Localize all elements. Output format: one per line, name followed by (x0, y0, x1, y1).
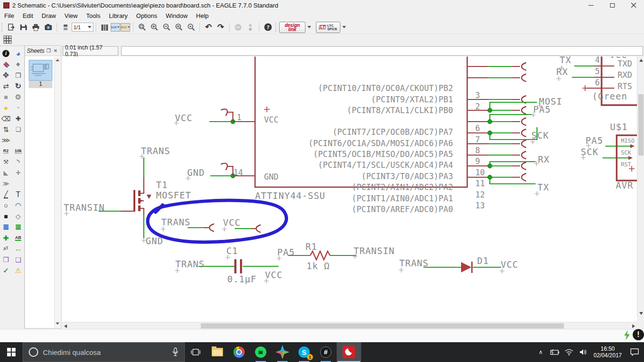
sheet-thumbnail[interactable] (29, 60, 52, 81)
scroll-up-icon[interactable] (56, 59, 59, 61)
optimize-icon[interactable]: ≫ (0, 178, 12, 189)
zoom-in-button[interactable] (148, 22, 160, 33)
delete-trash-icon[interactable]: ⌫ (0, 113, 12, 124)
export-image-button[interactable] (42, 22, 54, 33)
menu-item[interactable]: Tools (82, 11, 105, 20)
battery-button[interactable] (548, 349, 562, 355)
scroll-up-button[interactable] (637, 57, 644, 64)
replace-icon[interactable]: ❏ (12, 124, 24, 135)
dimension-icon[interactable]: ↔ (12, 243, 24, 254)
group-icon[interactable]: ■ (0, 91, 12, 102)
net-label-rx-top[interactable]: RX (556, 67, 568, 76)
task-view-button[interactable] (185, 342, 206, 362)
maximize-button[interactable] (602, 0, 623, 10)
horizontal-scroll-thumb[interactable] (201, 323, 564, 329)
smash-icon[interactable]: ⚒ (0, 156, 12, 167)
net-icon[interactable]: ≣ (12, 222, 24, 232)
junction-icon[interactable]: ✚ (0, 232, 12, 243)
arc-icon[interactable]: ◠ (12, 200, 24, 211)
minimize-button[interactable] (580, 0, 602, 10)
grid-button[interactable] (1, 34, 14, 45)
part-value-u1[interactable]: AVR (616, 181, 633, 190)
net-label-sck-right[interactable]: SCK (531, 131, 549, 140)
vertical-scroll-thumb[interactable] (638, 94, 644, 156)
taskbar-file-explorer[interactable] (206, 342, 228, 362)
net-label-d1-vcc[interactable]: VCC (501, 260, 518, 269)
menu-item[interactable]: Options (132, 11, 162, 20)
cortana-search-box[interactable]: Chiedimi qualcosa (23, 342, 185, 362)
mirror-icon[interactable]: ⇄ (0, 81, 12, 91)
sheets-panel-scrollbar[interactable] (54, 57, 60, 328)
label-icon[interactable]: AB (12, 232, 24, 243)
menu-item[interactable]: Window (162, 11, 192, 20)
bus-icon[interactable]: ≣ (0, 222, 12, 232)
volume-button[interactable] (576, 349, 590, 355)
close-panel-icon[interactable]: ✕ (52, 48, 59, 53)
d1-diode-symbol[interactable] (423, 262, 501, 273)
part-name-r1[interactable]: R1 (305, 242, 317, 251)
taskbar-sharex[interactable]: # (315, 342, 337, 362)
horizontal-scrollbar[interactable] (62, 322, 637, 329)
mark-icon[interactable]: ⌖ (12, 59, 24, 70)
copy-icon[interactable]: ❐ (12, 70, 24, 81)
zoom-out-button[interactable] (160, 22, 173, 33)
wrench-change-icon[interactable]: ⚙ (12, 91, 24, 102)
float-panel-icon[interactable]: ❐ (45, 48, 52, 53)
scroll-left-button[interactable] (62, 322, 69, 329)
zoom-redraw-button[interactable] (173, 22, 185, 33)
text-icon[interactable]: T (12, 189, 24, 200)
open-file-button[interactable] (5, 22, 17, 33)
design-link-button[interactable]: design link (279, 22, 305, 33)
command-input[interactable] (121, 46, 643, 56)
design-link-dropdown[interactable] (305, 22, 313, 33)
net-label-u1-pa5[interactable]: PA5 (586, 136, 603, 145)
menu-item[interactable]: View (60, 11, 82, 20)
net-label-rx-right[interactable]: RX (538, 155, 550, 164)
print-button[interactable] (30, 22, 42, 33)
erc-frame-icon[interactable]: ❒ (0, 254, 12, 265)
circle-icon[interactable]: ○ (0, 200, 12, 211)
open-schematic-button[interactable]: SCR (111, 23, 120, 32)
net-label-vcc-pin1[interactable]: VCC (175, 113, 192, 123)
menu-item[interactable]: Library (105, 11, 132, 20)
wire-icon[interactable]: ╱ (0, 189, 12, 200)
part-name-t1[interactable]: T1 (156, 180, 168, 189)
part-name-u1[interactable]: U$1 (610, 122, 627, 132)
taskbar-spotify[interactable]: ≋ (250, 342, 272, 362)
zoom-fit-button[interactable] (136, 22, 148, 33)
net-label-circle-trans[interactable]: TRANS (161, 217, 190, 227)
net-label-c1-trans[interactable]: TRANS (175, 259, 205, 269)
help-button[interactable]: ? (262, 22, 274, 33)
vertical-scrollbar[interactable] (637, 57, 644, 317)
taskbar-pinwheel-app[interactable] (272, 342, 293, 362)
net-label-circle-vcc[interactable]: VCC (223, 218, 240, 227)
undo-button[interactable]: ↶ (202, 22, 215, 33)
move-icon[interactable]: ✥ (0, 70, 12, 81)
open-board-button[interactable]: BRD (121, 23, 130, 32)
chip-name-label[interactable]: ATTINY44-SSU (255, 191, 325, 200)
save-button[interactable] (17, 22, 30, 33)
alert-exclamation-icon[interactable]: ! (633, 329, 644, 340)
net-label-gnd-bottom[interactable]: GND (146, 236, 163, 246)
ltc-spice-dropdown[interactable] (340, 22, 348, 33)
taskbar-chrome[interactable] (228, 342, 250, 362)
pinswap-icon[interactable]: ⇅ (0, 124, 12, 135)
net-label-tx-top[interactable]: TX (560, 57, 571, 65)
gateswap-icon[interactable]: ⋙ (0, 135, 12, 146)
schematic-canvas[interactable]: (PCINT10/INT0/OC0A/CKOUT)PB2(PCINT9/XTAL… (62, 57, 637, 322)
polygon-icon[interactable]: ◇ (12, 211, 24, 222)
scroll-down-button[interactable] (637, 310, 644, 317)
part-value-t1[interactable]: MOSFET (156, 190, 191, 200)
taskbar-eagle-active[interactable] (337, 342, 361, 362)
miter-icon[interactable]: ◝ (12, 156, 24, 167)
net-label-transin-r1[interactable]: TRANSIN (354, 246, 395, 255)
menu-item[interactable]: Help (192, 11, 213, 20)
polygon-corner-icon[interactable]: ◣ (0, 167, 12, 178)
errors-check-icon[interactable]: ✓ (0, 265, 12, 276)
microphone-icon[interactable] (172, 347, 179, 357)
blank-a[interactable] (12, 135, 24, 146)
start-button[interactable] (0, 342, 23, 362)
net-label-d1-trans[interactable]: TRANS (399, 258, 429, 268)
blank-b[interactable] (12, 178, 24, 189)
option-dot-icon[interactable]: • (12, 102, 24, 113)
